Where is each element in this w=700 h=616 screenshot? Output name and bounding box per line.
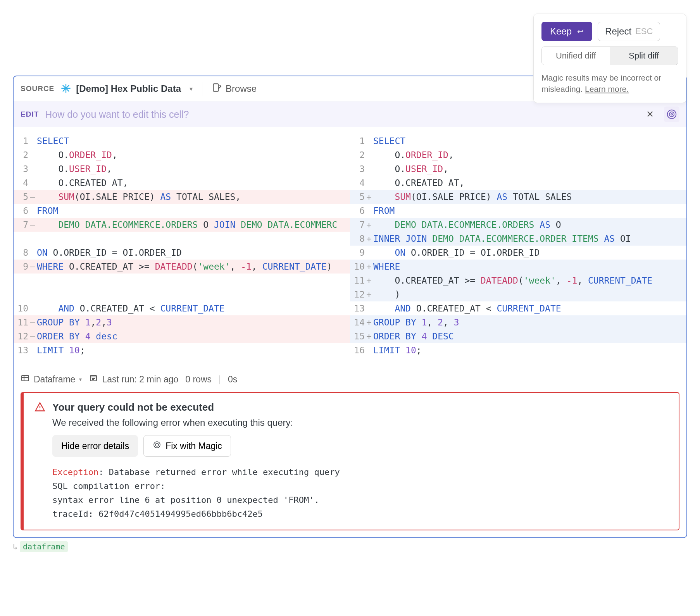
exec-time: 0s	[228, 374, 237, 385]
code-line[interactable]: 1SELECT	[350, 134, 686, 148]
code-line[interactable]	[14, 232, 350, 246]
keep-button[interactable]: Keep ↩	[541, 22, 592, 41]
chevron-down-icon: ▾	[79, 376, 82, 382]
error-subtitle: We received the following error when exe…	[52, 417, 668, 428]
warning-icon	[34, 401, 45, 413]
code-line[interactable]: 10+WHERE	[350, 260, 686, 274]
code-line[interactable]: 8+INNER JOIN DEMO_DATA.ECOMMERCE.ORDER_I…	[350, 232, 686, 246]
code-line[interactable]: 14+GROUP BY 1, 2, 3	[350, 315, 686, 329]
fix-with-magic-button[interactable]: Fix with Magic	[143, 435, 231, 457]
code-line[interactable]: 2 O.ORDER_ID,	[14, 148, 350, 162]
code-line[interactable]: 15+ORDER BY 4 DESC	[350, 329, 686, 343]
browse-button[interactable]: Browse	[212, 83, 257, 95]
edit-input[interactable]: How do you want to edit this cell?	[45, 109, 636, 120]
code-line[interactable]: 10 AND O.CREATED_AT < CURRENT_DATE	[14, 301, 350, 315]
code-line[interactable]: 13 AND O.CREATED_AT < CURRENT_DATE	[350, 301, 686, 315]
code-line[interactable]: 5+ SUM(OI.SALE_PRICE) AS TOTAL_SALES	[350, 190, 686, 204]
keep-label: Keep	[550, 26, 572, 37]
unified-diff-tab[interactable]: Unified diff	[542, 47, 610, 65]
split-diff-view: 1SELECT2 O.ORDER_ID,3 O.USER_ID,4 O.CREA…	[14, 127, 686, 369]
code-line[interactable]: 11–GROUP BY 1,2,3	[14, 315, 350, 329]
snowflake-icon	[60, 83, 71, 95]
split-diff-tab[interactable]: Split diff	[610, 47, 678, 65]
magic-edit-bar: EDIT How do you want to edit this cell? …	[14, 102, 686, 127]
magic-fix-icon	[152, 440, 162, 452]
dataframe-icon	[21, 373, 30, 385]
svg-rect-0	[213, 84, 218, 91]
sql-cell: SOURCE [Demo] Hex Public Data ▾ Browse E…	[13, 76, 687, 538]
output-variable-badge[interactable]: dataframe	[20, 541, 68, 552]
learn-more-link[interactable]: Learn more.	[585, 84, 629, 93]
svg-point-3	[671, 114, 672, 115]
code-line[interactable]: 3 O.USER_ID,	[350, 162, 686, 176]
output-arrow-icon: ↳	[13, 542, 17, 551]
source-name[interactable]: [Demo] Hex Public Data	[76, 83, 181, 94]
code-line[interactable]	[14, 274, 350, 287]
divider	[202, 82, 202, 96]
code-line[interactable]: 11+ O.CREATED_AT >= DATEADD('week', -1, …	[350, 274, 686, 287]
diff-view-toggle: Unified diff Split diff	[541, 46, 678, 65]
browse-label: Browse	[226, 83, 257, 94]
diff-actions-popup: Keep ↩ Reject ESC Unified diff Split dif…	[533, 14, 686, 103]
rows-count: 0 rows	[185, 374, 212, 385]
dataframe-label: Dataframe	[34, 374, 75, 385]
code-line[interactable]: 9 ON O.ORDER_ID = OI.ORDER_ID	[350, 246, 686, 260]
code-line[interactable]: 1SELECT	[14, 134, 350, 148]
magic-disclaimer: Magic results may be incorrect or mislea…	[541, 72, 678, 95]
svg-rect-4	[22, 375, 29, 381]
code-line[interactable]	[14, 287, 350, 301]
edit-label: EDIT	[21, 110, 39, 119]
code-line[interactable]: 9–WHERE O.CREATED_AT >= DATEADD('week', …	[14, 260, 350, 274]
error-box: Your query could not be executed We rece…	[21, 392, 679, 530]
output-reference: ↳ dataframe	[13, 541, 68, 552]
svg-point-1	[667, 110, 676, 119]
reject-button[interactable]: Reject ESC	[598, 22, 660, 41]
code-line[interactable]: 8ON O.ORDER_ID = OI.ORDER_ID	[14, 246, 350, 260]
last-run-info: Last run: 2 min ago	[89, 373, 178, 385]
fix-label: Fix with Magic	[166, 441, 222, 451]
code-line[interactable]: 6FROM	[14, 204, 350, 218]
diff-left-pane[interactable]: 1SELECT2 O.ORDER_ID,3 O.USER_ID,4 O.CREA…	[14, 134, 350, 357]
code-line[interactable]: 7– DEMO_DATA.ECOMMERCE.ORDERS O JOIN DEM…	[14, 218, 350, 232]
cell-status-bar: Dataframe ▾ Last run: 2 min ago 0 rows |…	[14, 369, 686, 392]
error-title: Your query could not be executed	[52, 401, 214, 413]
enter-key-icon: ↩	[577, 27, 584, 36]
reject-label: Reject	[605, 26, 631, 37]
code-line[interactable]: 5– SUM(OI.SALE_PRICE) AS TOTAL_SALES,	[14, 190, 350, 204]
last-run-text: Last run: 2 min ago	[102, 374, 178, 385]
hide-error-button[interactable]: Hide error details	[52, 435, 138, 457]
code-line[interactable]: 13LIMIT 10;	[14, 343, 350, 357]
svg-point-2	[669, 112, 674, 117]
magic-icon[interactable]	[664, 107, 679, 122]
close-icon[interactable]: ✕	[642, 109, 658, 120]
svg-point-6	[154, 442, 160, 448]
code-line[interactable]: 12+ )	[350, 287, 686, 301]
error-trace: Exception: Database returned error while…	[52, 465, 668, 521]
source-label: SOURCE	[21, 84, 54, 93]
dataframe-dropdown[interactable]: Dataframe ▾	[21, 373, 82, 385]
history-icon	[89, 373, 98, 385]
code-line[interactable]: 16LIMIT 10;	[350, 343, 686, 357]
diff-right-pane[interactable]: 1SELECT2 O.ORDER_ID,3 O.USER_ID,4 O.CREA…	[350, 134, 686, 357]
chevron-down-icon[interactable]: ▾	[190, 85, 193, 93]
code-line[interactable]: 7+ DEMO_DATA.ECOMMERCE.ORDERS AS O	[350, 218, 686, 232]
svg-point-7	[155, 443, 159, 446]
esc-key-hint: ESC	[635, 26, 653, 36]
code-line[interactable]: 12–ORDER BY 4 desc	[14, 329, 350, 343]
code-line[interactable]: 3 O.USER_ID,	[14, 162, 350, 176]
code-line[interactable]: 4 O.CREATED_AT,	[14, 176, 350, 190]
separator: |	[219, 374, 221, 385]
code-line[interactable]: 6FROM	[350, 204, 686, 218]
code-line[interactable]: 2 O.ORDER_ID,	[350, 148, 686, 162]
browse-icon	[212, 83, 222, 95]
code-line[interactable]: 4 O.CREATED_AT,	[350, 176, 686, 190]
